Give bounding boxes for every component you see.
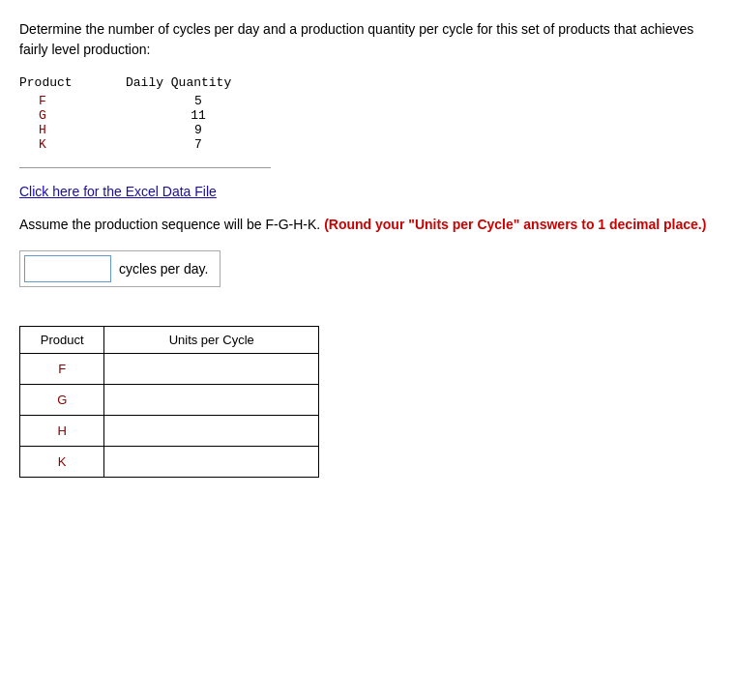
table-row: K 7 bbox=[19, 137, 716, 152]
table-row: G 11 bbox=[19, 108, 716, 123]
units-k-input[interactable] bbox=[104, 447, 318, 477]
product-k-qty: 7 bbox=[126, 137, 242, 152]
units-row-h-product: H bbox=[20, 416, 104, 447]
table-row: H bbox=[20, 416, 319, 447]
cycles-per-day-input[interactable] bbox=[24, 255, 111, 282]
units-table-header-units: Units per Cycle bbox=[104, 327, 319, 354]
units-row-g-value[interactable] bbox=[104, 385, 319, 416]
product-h-qty: 9 bbox=[126, 123, 242, 137]
units-row-k-product: K bbox=[20, 447, 104, 478]
sequence-note: (Round your "Units per Cycle" answers to… bbox=[324, 217, 706, 232]
units-g-input[interactable] bbox=[104, 385, 318, 415]
table-row: F 5 bbox=[19, 94, 716, 108]
units-h-input[interactable] bbox=[104, 416, 318, 446]
col-header-product: Product bbox=[19, 75, 87, 90]
product-g-qty: 11 bbox=[126, 108, 242, 123]
col-header-daily: Daily Quantity bbox=[126, 75, 242, 90]
excel-data-link[interactable]: Click here for the Excel Data File bbox=[19, 184, 217, 199]
table-row: H 9 bbox=[19, 123, 716, 137]
product-g-label: G bbox=[19, 108, 87, 123]
table-row: G bbox=[20, 385, 319, 416]
units-row-g-product: G bbox=[20, 385, 104, 416]
sequence-text: Assume the production sequence will be F… bbox=[19, 215, 716, 235]
units-row-h-value[interactable] bbox=[104, 416, 319, 447]
table-row: K bbox=[20, 447, 319, 478]
sequence-prefix: Assume the production sequence will be F… bbox=[19, 217, 320, 232]
product-k-label: K bbox=[19, 137, 87, 152]
units-row-k-value[interactable] bbox=[104, 447, 319, 478]
product-f-label: F bbox=[19, 94, 87, 108]
table-divider bbox=[19, 167, 271, 168]
units-per-cycle-table: Product Units per Cycle F G H K bbox=[19, 326, 319, 478]
units-f-input[interactable] bbox=[104, 354, 318, 384]
cycles-section: cycles per day. bbox=[19, 250, 716, 287]
product-f-qty: 5 bbox=[126, 94, 242, 108]
cycles-box: cycles per day. bbox=[19, 250, 220, 287]
product-table: Product Daily Quantity F 5 G 11 H 9 K 7 bbox=[19, 75, 716, 152]
intro-text: Determine the number of cycles per day a… bbox=[19, 19, 716, 60]
units-row-f-value[interactable] bbox=[104, 354, 319, 385]
table-row: F bbox=[20, 354, 319, 385]
product-h-label: H bbox=[19, 123, 87, 137]
cycles-label: cycles per day. bbox=[111, 261, 216, 277]
units-row-f-product: F bbox=[20, 354, 104, 385]
units-table-header-product: Product bbox=[20, 327, 104, 354]
